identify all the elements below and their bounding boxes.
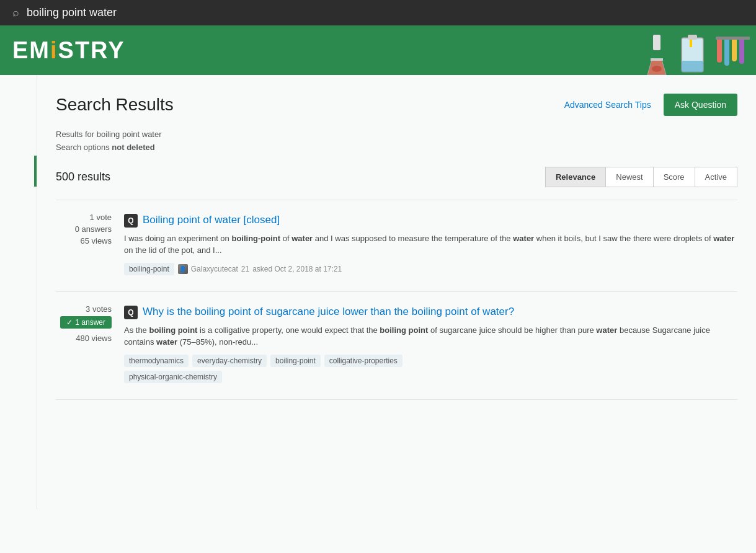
question-excerpt: As the boiling point is a colligative pr… bbox=[124, 324, 737, 348]
svg-rect-10 bbox=[724, 38, 729, 66]
results-bar: 500 results Relevance Newest Score Activ… bbox=[56, 167, 737, 187]
tags-row: boiling-point 👤 Galaxycutecat 21 asked O… bbox=[124, 263, 737, 275]
svg-rect-13 bbox=[716, 37, 750, 40]
logo-dot: i bbox=[50, 37, 58, 63]
svg-rect-9 bbox=[717, 38, 722, 63]
search-options-text: Search options not deleted bbox=[56, 141, 737, 154]
svg-rect-7 bbox=[688, 35, 697, 40]
svg-rect-12 bbox=[739, 38, 744, 64]
question-body: Q Why is the boiling point of sugarcane … bbox=[124, 304, 737, 387]
main-layout: onal Search Results Advanced Search Tips… bbox=[0, 75, 756, 509]
tag[interactable]: boiling-point bbox=[124, 263, 174, 275]
sort-tab-active[interactable]: Active bbox=[695, 167, 737, 187]
beaker-icon bbox=[678, 35, 706, 75]
user-avatar: 👤 bbox=[178, 264, 188, 274]
views-count: 65 views bbox=[56, 236, 112, 246]
svg-rect-11 bbox=[732, 38, 737, 61]
site-header: EMiSTRY bbox=[0, 25, 756, 75]
site-logo: EMiSTRY bbox=[12, 37, 125, 64]
question-title-wrap: Q Why is the boiling point of sugarcane … bbox=[124, 304, 737, 319]
answers-badge: ✓1 answer bbox=[60, 316, 112, 329]
answers-count: 0 answers bbox=[56, 224, 112, 234]
question-title[interactable]: Why is the boiling point of sugarcane ju… bbox=[143, 304, 514, 319]
page-title: Search Results bbox=[56, 95, 174, 115]
header-actions: Advanced Search Tips Ask Question bbox=[564, 94, 737, 116]
tag[interactable]: thermodynamics bbox=[124, 355, 189, 367]
votes-count: 3 votes bbox=[56, 304, 112, 314]
tag[interactable]: boiling-point bbox=[270, 355, 321, 367]
checkmark-icon: ✓ bbox=[66, 318, 73, 327]
views-count: 480 views bbox=[56, 334, 112, 343]
results-count: 500 results bbox=[56, 170, 110, 184]
question-stats: 3 votes ✓1 answer 480 views bbox=[56, 304, 112, 387]
username: Galaxycutecat bbox=[191, 265, 238, 273]
question-item: 1 vote 0 answers 65 views Q Boiling poin… bbox=[56, 200, 737, 292]
sort-tabs: Relevance Newest Score Active bbox=[545, 167, 737, 187]
tags-row-2: physical-organic-chemistry bbox=[124, 371, 737, 383]
sort-tab-newest[interactable]: Newest bbox=[606, 167, 653, 187]
question-body: Q Boiling point of water [closed] I was … bbox=[124, 213, 737, 279]
tag[interactable]: physical-organic-chemistry bbox=[124, 371, 222, 383]
question-type-icon: Q bbox=[124, 214, 138, 228]
ask-question-button[interactable]: Ask Question bbox=[664, 94, 737, 116]
votes-count: 1 vote bbox=[56, 213, 112, 222]
advanced-search-link[interactable]: Advanced Search Tips bbox=[564, 100, 651, 110]
sidebar: onal bbox=[0, 75, 37, 509]
search-info: Results for boiling point water Search o… bbox=[56, 128, 737, 154]
tag[interactable]: colligative-properties bbox=[324, 355, 402, 367]
search-input[interactable] bbox=[27, 6, 744, 19]
header-decorations bbox=[644, 35, 756, 75]
results-for-text: Results for boiling point water bbox=[56, 128, 737, 141]
search-options-value: not deleted bbox=[112, 143, 154, 152]
question-excerpt: I was doing an experiment on boiling-poi… bbox=[124, 232, 737, 257]
question-title-wrap: Q Boiling point of water [closed] bbox=[124, 213, 737, 228]
tags-row: thermodynamics everyday-chemistry boilin… bbox=[124, 355, 737, 367]
search-icon: ⌕ bbox=[12, 6, 19, 19]
svg-rect-3 bbox=[651, 58, 663, 61]
tag[interactable]: everyday-chemistry bbox=[192, 355, 267, 367]
question-type-icon: Q bbox=[124, 306, 138, 319]
question-title[interactable]: Boiling point of water [closed] bbox=[143, 213, 280, 228]
asked-date: asked Oct 2, 2018 at 17:21 bbox=[252, 265, 342, 273]
question-stats: 1 vote 0 answers 65 views bbox=[56, 213, 112, 279]
flask-icon bbox=[644, 35, 669, 75]
svg-rect-0 bbox=[653, 35, 660, 50]
main-content: Search Results Advanced Search Tips Ask … bbox=[37, 75, 756, 509]
svg-rect-6 bbox=[682, 61, 703, 72]
sort-tab-score[interactable]: Score bbox=[654, 167, 695, 187]
user-rep: 21 bbox=[241, 265, 249, 273]
search-bar: ⌕ bbox=[0, 0, 756, 25]
sort-tab-relevance[interactable]: Relevance bbox=[546, 167, 606, 187]
svg-point-4 bbox=[652, 66, 662, 72]
page-header: Search Results Advanced Search Tips Ask … bbox=[56, 94, 737, 116]
question-meta: 👤 Galaxycutecat 21 asked Oct 2, 2018 at … bbox=[178, 264, 342, 274]
question-item: 3 votes ✓1 answer 480 views Q Why is the… bbox=[56, 292, 737, 400]
sidebar-indicator bbox=[34, 156, 37, 187]
test-tubes-icon bbox=[716, 35, 750, 75]
